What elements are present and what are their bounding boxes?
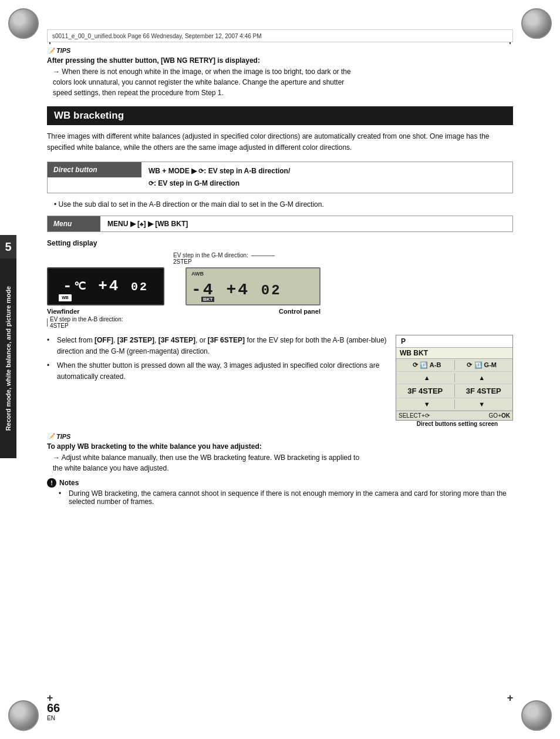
setting-screen: P WB BKT ⟳ 🔃 A-B ⟳ 🔃 G-M ▲ ▲ 3F 4STEP: [396, 335, 513, 421]
page-number: 66 EN: [47, 701, 60, 721]
header-bar: s0011_e_00_0_unified.book Page 66 Wednes…: [47, 29, 513, 42]
direct-button-content: WB + MODE ▶ ⟳: EV step in A-B direction/…: [141, 162, 297, 192]
tips-top-bold: After pressing the shutter button, [WB N…: [47, 56, 513, 65]
ss-arrow-up1: ▲: [400, 373, 454, 382]
tips-bottom-arrow: → Adjust white balance manually, then us…: [53, 452, 513, 473]
bullets-and-screen: • Select from [OFF], [3F 2STEP], [3F 4ST…: [47, 335, 513, 427]
ss-p-label: P: [396, 335, 512, 348]
bullets-column: • Select from [OFF], [3F 2STEP], [3F 4ST…: [47, 335, 394, 390]
ss-step1: 3F 4STEP: [396, 384, 454, 398]
ss-footer: SELECT+⟳ GO+OK: [396, 411, 512, 420]
viewfinder-screen: -℃ +4 02 WB: [47, 267, 164, 305]
viewfinder-section: -℃ +4 02 WB Viewfinder EV step in the A-…: [47, 267, 164, 329]
ss-arrow-dn2: ▼: [454, 399, 510, 409]
notes-items: • During WB bracketing, the camera canno…: [59, 489, 513, 506]
tips-bottom-header: 📝 TIPS: [47, 433, 513, 440]
crosshair-br: [504, 692, 516, 704]
ss-wb-bkt: WB BKT: [396, 348, 512, 359]
corner-br: [519, 698, 554, 733]
side-tab-text: Record mode, white balance, and picture …: [5, 286, 12, 431]
direct-button-label: Direct button: [48, 162, 141, 177]
tips-bottom-section: 📝 TIPS To apply WB bracketing to the whi…: [47, 433, 513, 473]
ev-ab-annotation: EV step in the A-B direction: 4STEP: [47, 316, 164, 329]
side-tab-number: 5: [0, 235, 16, 258]
tips-bottom-bold: To apply WB bracketing to the white bala…: [47, 442, 513, 451]
corner-tr: [519, 6, 554, 41]
tips-top-arrow: → When there is not enough white in the …: [53, 66, 513, 98]
menu-content: MENU ▶ [♣] ▶ [WB BKT]: [100, 217, 195, 231]
tips-icon-top: 📝: [47, 48, 54, 54]
ss-footer-left: SELECT+⟳: [399, 412, 430, 419]
menu-row: Menu MENU ▶ [♣] ▶ [WB BKT]: [47, 216, 513, 232]
wb-description: Three images with different white balanc…: [47, 131, 513, 153]
left-annotation: EV step in the G-M direction: 2STEP: [173, 252, 276, 265]
control-panel-section: AWB BKT -4 +4 02 Control panel: [185, 267, 321, 315]
wb-bracketing-header: WB bracketing: [47, 106, 513, 125]
ss-arrows-dn: ▼ ▼: [396, 398, 512, 411]
tips-top-label: TIPS: [56, 47, 70, 54]
direct-button-row: Direct button WB + MODE ▶ ⟳: EV step in …: [47, 162, 513, 193]
diagram-container: EV step in the G-M direction: 2STEP: [47, 252, 513, 329]
corner-tl: [6, 6, 41, 41]
header-text: s0011_e_00_0_unified.book Page 66 Wednes…: [52, 33, 262, 39]
cp-screen: AWB BKT -4 +4 02: [185, 267, 321, 305]
cp-awb: AWB: [191, 271, 204, 277]
tips-top-section: 📝 TIPS After pressing the shutter button…: [47, 47, 513, 98]
notes-label: Notes: [59, 479, 79, 487]
vf-display: -℃ +4 02: [63, 277, 149, 295]
cp-label: Control panel: [185, 308, 321, 315]
vf-icon: WB: [59, 294, 72, 301]
ss-col1-header: ⟳ 🔃 A-B: [400, 360, 454, 370]
corner-circle-tl: [8, 8, 39, 39]
corner-circle-br: [521, 700, 552, 731]
sub-bullet: • Use the sub dial to set in the A-B dir…: [54, 199, 513, 210]
bullets-area: • Select from [OFF], [3F 2STEP], [3F 4ST…: [47, 335, 394, 383]
note-item-1: • During WB bracketing, the camera canno…: [59, 489, 513, 506]
corner-circle-tr: [521, 8, 552, 39]
main-content: 📝 TIPS After pressing the shutter button…: [47, 47, 513, 680]
menu-label: Menu: [48, 216, 100, 231]
ss-arrow-dn1: ▼: [400, 399, 454, 409]
notes-header: ! Notes: [47, 478, 513, 488]
ss-col-headers: ⟳ 🔃 A-B ⟳ 🔃 G-M: [396, 359, 512, 372]
ss-arrow-up2: ▲: [454, 373, 510, 382]
displays-row: -℃ +4 02 WB Viewfinder EV step in the A-…: [47, 267, 513, 329]
cp-bkt: BKT: [201, 297, 214, 302]
setting-display-title: Setting display: [47, 239, 513, 247]
display-annotations-row: EV step in the G-M direction: 2STEP: [47, 252, 513, 265]
bullet-1: • Select from [OFF], [3F 2STEP], [3F 4ST…: [47, 335, 394, 357]
page: s0011_e_00_0_unified.book Page 66 Wednes…: [0, 0, 560, 739]
notes-icon: !: [47, 478, 56, 488]
notes-section: ! Notes • During WB bracketing, the came…: [47, 478, 513, 506]
ss-col2-header: ⟳ 🔃 G-M: [454, 360, 510, 370]
setting-screen-box: P WB BKT ⟳ 🔃 A-B ⟳ 🔃 G-M ▲ ▲ 3F 4STEP: [402, 335, 513, 427]
side-tab: Record mode, white balance, and picture …: [0, 258, 16, 458]
viewfinder-label: Viewfinder: [47, 308, 164, 315]
ss-step2: 3F 4STEP: [454, 384, 513, 398]
tips-bottom-label: TIPS: [56, 433, 70, 440]
tips-top-header: 📝 TIPS: [47, 47, 513, 54]
bullet-2: • When the shutter button is pressed dow…: [47, 360, 394, 382]
corner-circle-bl: [8, 700, 39, 731]
ss-footer-right: GO+OK: [489, 412, 510, 419]
ss-step-row: 3F 4STEP 3F 4STEP: [396, 384, 512, 398]
corner-bl: [6, 698, 41, 733]
ss-arrows-up: ▲ ▲: [396, 372, 512, 384]
